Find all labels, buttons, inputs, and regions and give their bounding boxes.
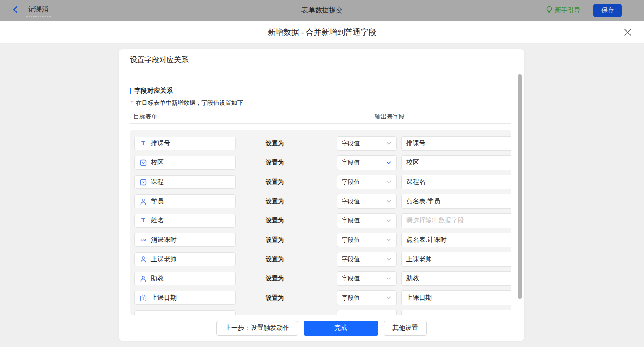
target-field-label: 校区	[151, 159, 164, 167]
beginner-guide-link[interactable]: 新手引导	[546, 6, 581, 15]
method-select[interactable]: 字段值	[337, 233, 397, 247]
vertical-scrollbar-thumb[interactable]	[518, 74, 522, 299]
text-field-icon: T	[139, 217, 147, 224]
calendar-field-icon: 7	[139, 294, 147, 301]
svg-text:7: 7	[142, 296, 144, 301]
output-field-select-value: 上课日期	[406, 294, 511, 302]
output-field-select[interactable]: 请选择输出数据字段	[401, 213, 511, 228]
target-field-box	[134, 310, 236, 315]
output-field-select-value: 上课老师	[406, 255, 511, 263]
person-field-icon	[139, 275, 147, 282]
chevron-down-icon	[386, 141, 391, 146]
target-field-box: 7上课日期	[134, 291, 236, 305]
set-as-label: 设置为	[266, 178, 307, 186]
output-field-select[interactable]: 上课老师	[401, 252, 511, 267]
field-mapping-row: 校区设置为字段值校区	[134, 155, 506, 170]
chevron-down-icon	[386, 199, 391, 204]
method-select-value: 字段值	[342, 197, 386, 205]
field-mapping-row: 123消课课时设置为字段值点名表.计课时	[134, 233, 506, 247]
target-field-box: 123消课课时	[134, 233, 236, 247]
output-field-select[interactable]: 排课号	[401, 136, 511, 151]
method-select-value: 字段值	[342, 236, 386, 244]
output-field-select[interactable]: 上课日期	[401, 290, 511, 305]
target-field-label: 助教	[151, 274, 164, 283]
output-field-select-value: 课程名	[406, 178, 511, 186]
chevron-down-icon	[386, 218, 391, 223]
field-mapping-row: T姓名设置为字段值请选择输出数据字段	[134, 213, 506, 228]
target-field-box: T姓名	[134, 214, 236, 228]
target-field-box: T排课号	[134, 137, 236, 150]
person-field-icon	[139, 198, 147, 205]
method-select[interactable]: 字段值	[337, 175, 397, 189]
method-select[interactable]: 字段值	[337, 194, 397, 209]
field-mapping-row: 助教设置为字段值助教	[134, 271, 506, 286]
method-select-value: 字段值	[342, 216, 386, 225]
field-mapping-row: 课程设置为字段值课程名	[134, 175, 506, 189]
set-as-label: 设置为	[266, 274, 307, 283]
output-field-select[interactable]: 助教	[401, 271, 511, 286]
output-field-select[interactable]: 点名表.学员	[401, 194, 511, 209]
field-mapping-row: 学员设置为字段值点名表.学员	[134, 194, 506, 209]
method-select[interactable]: 字段值	[337, 290, 397, 305]
previous-step-button[interactable]: 上一步：设置触发动作	[216, 321, 298, 336]
card-header-title: 设置字段对应关系	[119, 49, 524, 71]
target-field-box: 校区	[134, 156, 236, 170]
select-field-icon	[139, 159, 147, 166]
target-field-label: 课程	[151, 178, 164, 186]
back-button[interactable]	[12, 6, 19, 16]
output-field-select[interactable]: 校区	[401, 155, 511, 170]
chevron-down-icon	[386, 237, 391, 243]
target-field-box: 助教	[134, 272, 236, 285]
method-select[interactable]: 字段值	[337, 252, 397, 267]
output-field-select[interactable]	[401, 310, 511, 315]
close-icon[interactable]	[622, 27, 633, 38]
guide-label: 新手引导	[555, 6, 581, 15]
section-marker	[130, 88, 131, 94]
target-field-label: 姓名	[151, 216, 164, 225]
output-field-select[interactable]: 点名表.计课时	[401, 233, 511, 247]
target-field-box: 上课老师	[134, 252, 236, 266]
set-as-label: 设置为	[266, 294, 307, 302]
method-select[interactable]: 字段值	[337, 271, 397, 286]
method-select-value: 字段值	[342, 294, 386, 302]
chevron-down-icon	[386, 256, 391, 262]
modal-body: 设置字段对应关系 字段对应关系 *在目标表单中新增数据，字段值设置如下 目标表单…	[0, 44, 644, 347]
save-button[interactable]: 保存	[593, 4, 622, 17]
set-as-label: 设置为	[266, 216, 307, 225]
set-as-label: 设置为	[266, 139, 307, 148]
output-field-select-value: 点名表.学员	[406, 197, 511, 205]
output-field-select-value: 助教	[406, 274, 511, 283]
chevron-down-icon	[386, 179, 391, 185]
output-field-select-value: 请选择输出数据字段	[406, 216, 511, 225]
section-title: 字段对应关系	[130, 87, 173, 95]
target-field-label: 上课老师	[151, 255, 177, 263]
card-footer: 上一步：设置触发动作 完成 其他设置	[119, 315, 524, 341]
done-button[interactable]: 完成	[304, 321, 378, 336]
field-mapping-row: T排课号设置为字段值排课号	[134, 136, 506, 151]
field-mapping-row	[134, 310, 506, 315]
target-field-label: 排课号	[151, 139, 170, 148]
field-mapping-card: 设置字段对应关系 字段对应关系 *在目标表单中新增数据，字段值设置如下 目标表单…	[119, 49, 524, 341]
method-select-value: 字段值	[342, 159, 386, 167]
target-field-label: 上课日期	[151, 294, 177, 302]
number-field-icon: 123	[139, 236, 147, 244]
target-field-box: 课程	[134, 175, 236, 189]
flow-name-label[interactable]: 记课消	[26, 4, 51, 17]
back-chevron-icon	[12, 6, 19, 16]
method-select-value: 字段值	[342, 178, 386, 186]
method-select[interactable]	[337, 310, 397, 315]
column-header-target-form: 目标表单	[133, 113, 157, 121]
method-select[interactable]: 字段值	[337, 155, 397, 170]
required-note: *在目标表单中新增数据，字段值设置如下	[131, 99, 243, 107]
method-select[interactable]: 字段值	[337, 213, 397, 228]
target-field-label: 消课课时	[151, 236, 177, 244]
set-as-label: 设置为	[266, 197, 307, 205]
field-mapping-row: 上课老师设置为字段值上课老师	[134, 252, 506, 267]
select-field-icon	[139, 178, 147, 186]
required-asterisk: *	[131, 100, 133, 106]
field-mapping-rows-panel: T排课号设置为字段值排课号校区设置为字段值校区课程设置为字段值课程名学员设置为字…	[130, 130, 511, 315]
output-field-select-value: 点名表.计课时	[406, 236, 511, 244]
method-select[interactable]: 字段值	[337, 136, 397, 151]
other-settings-button[interactable]: 其他设置	[384, 321, 427, 336]
output-field-select[interactable]: 课程名	[401, 175, 511, 189]
